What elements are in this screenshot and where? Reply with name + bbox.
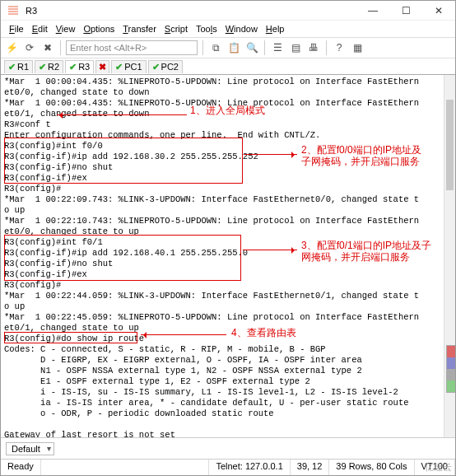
window-title: R3 [26, 6, 356, 16]
terminal-pane[interactable]: *Mar 1 00:00:04.435: %LINEPROTO-5-UPDOWN… [1, 75, 455, 437]
menu-options[interactable]: Options [83, 24, 114, 34]
menu-view[interactable]: View [56, 24, 76, 34]
tab-r1[interactable]: ✔R1 [4, 60, 33, 73]
menu-transfer[interactable]: Transfer [123, 24, 156, 34]
close-icon: ✖ [99, 62, 106, 72]
reconnect-icon[interactable]: ⟳ [22, 40, 37, 55]
maximize-button[interactable]: ☐ [389, 1, 422, 21]
status-telnet: Telnet: 127.0.0.1 [209, 460, 290, 475]
menu-edit[interactable]: Edit [32, 24, 48, 34]
annotation-3: 3、配置f0/1端口的IP地址及子 网掩码，并开启端口服务 [301, 240, 431, 263]
disconnect-icon[interactable]: ✖ [40, 40, 55, 55]
titlebar: R3 ― ☐ ✕ [1, 1, 455, 21]
menu-file[interactable]: File [9, 24, 24, 34]
minimize-button[interactable]: ― [356, 1, 389, 21]
find-icon[interactable]: 🔍 [244, 40, 259, 55]
menubar: File Edit View Options Transfer Script T… [1, 21, 455, 37]
options-icon[interactable]: ☰ [270, 40, 285, 55]
tab-pc1[interactable]: ✔PC1 [111, 60, 146, 73]
menu-tools[interactable]: Tools [196, 24, 217, 34]
tab-close[interactable]: ✖ [95, 60, 109, 73]
menu-help[interactable]: Help [266, 24, 285, 34]
check-icon: ✔ [69, 62, 77, 72]
status-cursor: 39, 12 [291, 460, 330, 475]
check-icon: ✔ [152, 62, 160, 72]
bottom-bar: Default [1, 437, 455, 459]
session-tabs: ✔R1 ✔R2 ✔R3 ✖ ✔PC1 ✔PC2 [1, 58, 455, 75]
tab-r2[interactable]: ✔R2 [35, 60, 63, 73]
check-icon: ✔ [115, 62, 123, 72]
scroll-thumb[interactable] [446, 100, 454, 190]
menu-script[interactable]: Script [165, 24, 188, 34]
toolbar: ⚡ ⟳ ✖ Enter host <Alt+R> ⧉ 📋 🔍 ☰ ▤ 🖶 ? ▦ [1, 37, 455, 58]
annotation-1: 1、进入全局模式 [190, 105, 265, 116]
side-floater [446, 345, 456, 393]
annotation-4: 4、查看路由表 [231, 327, 296, 338]
script-icon[interactable]: ▦ [350, 40, 365, 55]
host-input[interactable]: Enter host <Alt+R> [66, 40, 198, 55]
session-icon[interactable]: ▤ [288, 40, 303, 55]
check-icon: ✔ [39, 62, 46, 72]
menu-window[interactable]: Window [226, 24, 258, 34]
print-icon[interactable]: 🖶 [306, 40, 321, 55]
app-window: R3 ― ☐ ✕ File Edit View Options Transfer… [0, 0, 456, 476]
close-button[interactable]: ✕ [422, 1, 455, 21]
status-ready: Ready [1, 460, 41, 475]
paste-icon[interactable]: 📋 [226, 40, 241, 55]
check-icon: ✔ [8, 62, 16, 72]
quick-connect-icon[interactable]: ⚡ [4, 40, 19, 55]
statusbar: Ready Telnet: 127.0.0.1 39, 12 39 Rows, … [1, 459, 455, 475]
status-size: 39 Rows, 80 Cols [329, 460, 414, 475]
annotation-2: 2、配置f0/0端口的IP地址及 子网掩码，并开启端口服务 [301, 144, 421, 167]
tab-r3[interactable]: ✔R3 [65, 60, 94, 73]
send-mode-dropdown[interactable]: Default [6, 442, 54, 455]
copy-icon[interactable]: ⧉ [208, 40, 223, 55]
app-icon [6, 3, 21, 18]
help-icon[interactable]: ? [332, 40, 347, 55]
tab-pc2[interactable]: ✔PC2 [148, 60, 183, 73]
watermark: 亿速云 [425, 461, 452, 474]
